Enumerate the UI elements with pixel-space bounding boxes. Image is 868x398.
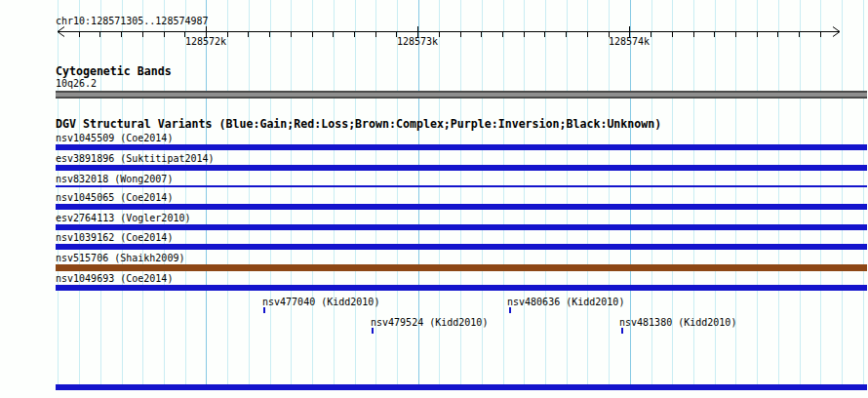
variant-bar[interactable] xyxy=(56,285,867,291)
gridline xyxy=(715,0,716,390)
point-variant-label: nsv481380 (Kidd2010) xyxy=(619,317,736,328)
gridline xyxy=(439,0,440,390)
gridline xyxy=(567,0,568,390)
gridline xyxy=(524,0,525,390)
point-variant-label: nsv477040 (Kidd2010) xyxy=(262,297,379,307)
variant-bar[interactable] xyxy=(56,204,867,210)
ruler-tick-label: 128574k xyxy=(609,36,650,47)
variant-bar[interactable] xyxy=(56,384,867,390)
gridline-major xyxy=(206,0,207,390)
gridline xyxy=(460,0,461,390)
variant-bar[interactable] xyxy=(56,224,867,230)
cytoband-name: 10q26.2 xyxy=(56,78,97,89)
gridline xyxy=(503,0,504,390)
point-variant-tick[interactable] xyxy=(263,307,265,313)
gridline xyxy=(609,0,610,390)
variant-bar[interactable] xyxy=(56,264,867,271)
point-variant-tick[interactable] xyxy=(621,328,623,334)
gridline xyxy=(651,0,652,390)
gridline xyxy=(375,0,376,390)
gridline xyxy=(800,0,801,390)
gridline xyxy=(820,0,821,390)
gridline-major xyxy=(630,0,631,390)
point-variant-tick[interactable] xyxy=(509,307,511,313)
variant-bar[interactable] xyxy=(56,185,867,187)
variant-bar[interactable] xyxy=(56,144,867,150)
gridline xyxy=(735,0,736,390)
gridline xyxy=(545,0,546,390)
point-variant-tick[interactable] xyxy=(372,328,374,334)
gridline xyxy=(270,0,271,390)
point-variant-label: nsv480636 (Kidd2010) xyxy=(507,297,624,307)
genome-browser-panel: chr10:128571305..128574987 128572k128573… xyxy=(0,0,868,398)
region-label: chr10:128571305..128574987 xyxy=(56,16,209,26)
gridline xyxy=(757,0,758,390)
variant-label: nsv515706 (Shaikh2009) xyxy=(56,253,184,263)
gridline xyxy=(863,0,864,390)
track-title-cytobands: Cytogenetic Bands xyxy=(56,65,172,78)
gridline xyxy=(227,0,228,390)
gridline xyxy=(185,0,186,390)
variant-label: nsv832018 (Wong2007) xyxy=(56,174,173,184)
gridline-major xyxy=(418,0,419,390)
gridline xyxy=(482,0,483,390)
variant-label: esv2764113 (Vogler2010) xyxy=(56,213,190,223)
variant-label: nsv1045065 (Coe2014) xyxy=(56,192,173,203)
gridline xyxy=(334,0,335,390)
gridline xyxy=(291,0,292,390)
variant-label: nsv1049693 (Coe2014) xyxy=(56,273,173,284)
cytoband-bar[interactable] xyxy=(56,91,867,99)
gridline xyxy=(778,0,779,390)
gridline xyxy=(312,0,313,390)
variant-bar[interactable] xyxy=(56,244,867,250)
variant-label: nsv1039162 (Coe2014) xyxy=(56,232,173,243)
track-title-dgv: DGV Structural Variants (Blue:Gain;Red:L… xyxy=(56,118,661,131)
gridline xyxy=(587,0,588,390)
ruler-tick-label: 128572k xyxy=(185,36,226,47)
ruler-tick-label: 128573k xyxy=(397,36,438,47)
gridline xyxy=(355,0,356,390)
gridline xyxy=(249,0,250,390)
variant-label: nsv1045509 (Coe2014) xyxy=(56,133,173,143)
gridline xyxy=(672,0,673,390)
gridline xyxy=(397,0,398,390)
gridline xyxy=(693,0,694,390)
point-variant-label: nsv479524 (Kidd2010) xyxy=(371,317,488,328)
gridline xyxy=(842,0,843,390)
variant-label: esv3891896 (Suktitipat2014) xyxy=(56,153,215,164)
variant-bar[interactable] xyxy=(56,165,867,171)
